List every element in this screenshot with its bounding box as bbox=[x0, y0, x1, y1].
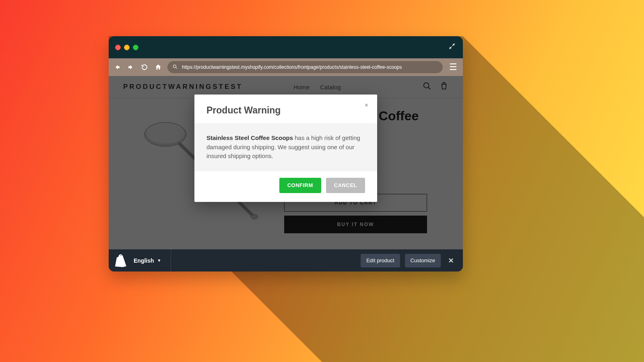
home-icon[interactable] bbox=[154, 64, 163, 71]
edit-product-button[interactable]: Edit product bbox=[361, 254, 400, 267]
language-selector[interactable]: English ▼ bbox=[134, 249, 171, 272]
search-icon bbox=[172, 64, 178, 71]
modal-header: Product Warning × bbox=[194, 95, 377, 123]
cancel-button[interactable]: CANCEL bbox=[326, 178, 365, 193]
window-titlebar bbox=[109, 36, 463, 58]
chevron-down-icon: ▼ bbox=[157, 258, 161, 263]
forward-icon[interactable] bbox=[126, 64, 135, 71]
close-icon[interactable]: × bbox=[365, 102, 368, 109]
language-label: English bbox=[134, 257, 154, 264]
modal-footer: CONFIRM CANCEL bbox=[194, 171, 377, 202]
modal-title: Product Warning bbox=[206, 105, 365, 116]
svg-line-2 bbox=[175, 67, 177, 68]
close-icon[interactable]: ✕ bbox=[446, 256, 456, 265]
page-content: PRODUCTWARNINGSTEST Home Catalog bbox=[109, 76, 463, 249]
close-window-icon[interactable] bbox=[115, 45, 121, 50]
reload-icon[interactable] bbox=[140, 64, 149, 71]
browser-toolbar: https://productwarningstest.myshopify.co… bbox=[109, 58, 463, 76]
shopify-admin-bar: English ▼ Edit product Customize ✕ bbox=[109, 249, 463, 272]
modal-product-name: Stainless Steel Coffee Scoops bbox=[206, 134, 293, 141]
confirm-button[interactable]: CONFIRM bbox=[279, 178, 321, 193]
back-icon[interactable] bbox=[113, 64, 122, 71]
address-bar[interactable]: https://productwarningstest.myshopify.co… bbox=[167, 61, 443, 73]
product-warning-modal: Product Warning × Stainless Steel Coffee… bbox=[194, 95, 377, 202]
customize-button[interactable]: Customize bbox=[405, 254, 441, 267]
menu-icon[interactable]: ☰ bbox=[448, 62, 459, 72]
minimize-window-icon[interactable] bbox=[124, 45, 130, 50]
shopify-logo-icon[interactable] bbox=[115, 254, 127, 267]
fullscreen-icon[interactable] bbox=[448, 43, 456, 52]
svg-point-1 bbox=[173, 65, 176, 68]
traffic-lights bbox=[115, 45, 138, 50]
browser-window: https://productwarningstest.myshopify.co… bbox=[109, 36, 463, 272]
modal-body: Stainless Steel Coffee Scoops has a high… bbox=[194, 123, 377, 171]
maximize-window-icon[interactable] bbox=[133, 45, 138, 50]
address-bar-url: https://productwarningstest.myshopify.co… bbox=[182, 64, 402, 70]
